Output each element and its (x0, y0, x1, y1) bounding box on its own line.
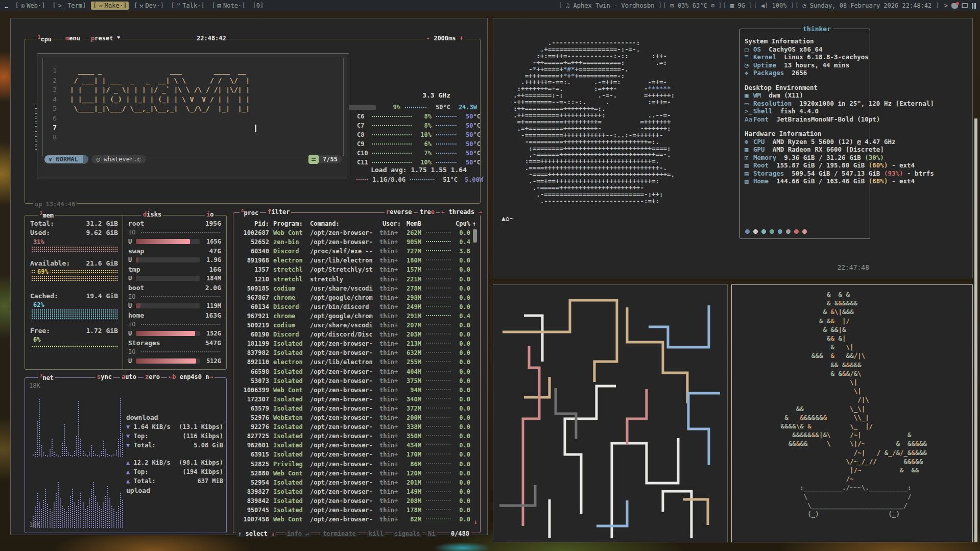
process-row[interactable]: 52976WebExten/opt/zen-browser-thin+200M0… (237, 413, 470, 422)
proc-reverse-toggle[interactable]: reverse (385, 208, 414, 215)
proc-terminate-button[interactable]: terminate (321, 530, 357, 537)
process-row[interactable]: 892110electron/usr/lib/electronthin+255M… (237, 357, 470, 367)
process-row[interactable]: 60190Discord/opt/discord/Discthin+203M0.… (237, 330, 470, 339)
process-row[interactable]: 66598Isolated/opt/zen-browser-thin+404M0… (237, 367, 470, 376)
proc-header-row: Pid: Program: Command: User: MemB Cpu% ↑ (237, 219, 476, 228)
gpu-icon: ▦ (745, 146, 753, 154)
floating-editor-window[interactable]: 12345678 ____ _ ___ ____ __ / ___| | ___… (37, 53, 349, 179)
pipes-terminal-window (493, 284, 728, 542)
proc-info-button[interactable]: info ↵ (285, 530, 310, 537)
os-icon: ▢ (745, 45, 753, 54)
proc-threads-toggle[interactable]: ← threads → (440, 208, 484, 215)
net-sync-toggle[interactable]: sync (95, 373, 113, 380)
net-auto-toggle[interactable]: auto (120, 373, 138, 380)
cloudwm-ascii-art: ____ _ ___ ____ __ / ___| | ___ _ _ __| … (70, 66, 250, 114)
section-title: Hardware Information (745, 130, 822, 138)
proc-panel-title[interactable]: 4proc (240, 208, 260, 217)
proc-nice-button[interactable]: Ni (426, 530, 437, 537)
mem-cached-row: Cached:19.4 GiB (30, 292, 118, 300)
process-row[interactable]: 509219codium/usr/share/vscodithin+207M0.… (237, 321, 470, 330)
process-row[interactable]: 967867chrome/opt/google/chromthin+298M0.… (237, 293, 470, 302)
process-row[interactable]: 172307Isolated/opt/zen-browser-thin+340M… (237, 395, 470, 404)
process-row[interactable]: 962601Isolated/opt/zen-browser-thin+434M… (237, 441, 470, 450)
process-row[interactable]: 891968electron/usr/lib/electronthin+180M… (237, 256, 470, 265)
launch-arrow-icon[interactable]: > (944, 2, 948, 9)
tag-make[interactable]: [ ▱Make ·] (91, 2, 129, 10)
update-interval-control[interactable]: - 2000ms + (425, 35, 465, 42)
scroll-up-arrow[interactable]: ↑ (472, 219, 476, 228)
process-row[interactable]: 63579Isolated/opt/zen-browser-thin+372M0… (237, 404, 470, 413)
tag-term[interactable]: [ >_Term] (50, 2, 88, 10)
tag-note[interactable]: [ ▤Note ·] (210, 2, 248, 10)
tag-talk[interactable]: [ ❝Talk ·] (169, 2, 207, 10)
workspace-tags: [ ◎Web ·][ >_Term][ ▱Make ·][ ⚒Dev ·][ ❝… (13, 2, 269, 10)
proc-signals-button[interactable]: signals (393, 530, 422, 537)
memory-icon: ▦ (730, 2, 734, 9)
info-row-kernel: ≣Kernel Linux 6.18.8-3-cachyos (745, 53, 869, 61)
proc-select-control[interactable]: ↑ select ↓ (236, 530, 276, 537)
process-row[interactable]: 52652zen-bin/opt/zen-browser-thin+905M0.… (237, 237, 470, 247)
editor-statusbar: ∨ NORMAL ◎ whatever.c ☰ 7/55 (44, 154, 342, 164)
proc-scrollbar[interactable] (473, 229, 477, 243)
info-row-resolution: ▭Resolution 1920x1080 in 25", 120 Hz [Ex… (745, 100, 934, 108)
preset-button[interactable]: preset * (89, 35, 122, 42)
hostname-title: thinker (801, 25, 833, 33)
cloud-launcher-icon[interactable]: ☁ (4, 2, 8, 10)
process-row[interactable]: 52954Isolated/opt/zen-browser-thin+201M0… (237, 478, 470, 487)
proc-filter-button[interactable]: filter (266, 208, 291, 215)
process-row[interactable]: 60134Discord/usr/bin/discordthin+249M0.0 (237, 302, 470, 312)
process-row[interactable]: 52880Web Cont/opt/zen-browser-thin+120M0… (237, 469, 470, 478)
process-row[interactable]: 181199Isolated/opt/zen-browser-thin+213M… (237, 339, 470, 348)
net-zero-toggle[interactable]: zero (144, 373, 161, 380)
process-row[interactable]: 1210stretchlstretchlythin+221M0.0 (237, 275, 470, 284)
process-row[interactable]: 1007458Web Cont/opt/zen-browser-thin+82M… (237, 515, 470, 524)
discord-tray-icon[interactable] (951, 3, 958, 9)
process-row[interactable]: 837982Isolated/opt/zen-browser-thin+632M… (237, 348, 470, 357)
mem-free-row: Free:1.72 GiB (30, 327, 118, 334)
disks-panel-title[interactable]: disks (141, 211, 163, 218)
process-row[interactable]: 827725Isolated/opt/zen-browser-thin+350M… (237, 432, 470, 441)
proc-tree-toggle[interactable]: tree (418, 208, 436, 215)
process-row[interactable]: 1357stretchl/opt/Stretchly/stthin+157M0.… (237, 265, 470, 274)
upload-top: ▲ Top:(194 Kibps) (126, 468, 223, 475)
pause-bars-tray-icon[interactable] (972, 3, 976, 9)
net-panel-title[interactable]: 3net (38, 373, 55, 381)
home-icon: ▤ (745, 177, 753, 185)
proc-panel: 4proc filter reverse tree ← threads → Pi… (233, 212, 481, 533)
process-row[interactable]: 53073Isolated/opt/zen-browser-thin+375M0… (237, 376, 470, 386)
cpu-total-temp-graph (404, 106, 427, 109)
tag-dev[interactable]: [ ⚒Dev ·] (132, 2, 166, 10)
display-tray-icon[interactable] (962, 3, 968, 8)
menu-button[interactable]: menu (64, 35, 82, 42)
download-speed: ▼ 1.64 KiB/s(13.1 Kibps) (126, 423, 223, 430)
dwm-status-bar: ☁ [ ◎Web ·][ >_Term][ ▱Make ·][ ⚒Dev ·][… (0, 0, 980, 11)
scroll-down-arrow[interactable]: ↓ (474, 518, 477, 525)
process-row[interactable]: 63915Isolated/opt/zen-browser-thin+170M0… (237, 450, 470, 459)
clock-icon: ◔ (802, 2, 806, 9)
pipe-segment (524, 377, 549, 397)
tag-zero[interactable]: [0] (250, 2, 266, 10)
download-total: ▼ Total:5.08 GiB (126, 442, 223, 449)
color-dot (745, 229, 750, 234)
net-interface-switch[interactable]: ←b enp4s0 n→ (167, 373, 214, 380)
line-number: 5 (46, 104, 57, 114)
mem-panel-title[interactable]: 2mem (38, 211, 55, 219)
gpu-temp: 51°C (435, 176, 458, 183)
process-row[interactable]: 839827Isolated/opt/zen-browser-thin+149M… (237, 487, 470, 496)
process-row[interactable]: 950745Isolated/opt/zen-browser-thin+178M… (237, 506, 470, 515)
process-row[interactable]: 967921chrome/opt/google/chromthin+291M0.… (237, 312, 470, 321)
mem-used-meter (31, 246, 118, 253)
proc-kill-button[interactable]: kill (367, 530, 385, 537)
terminal-color-dots (745, 229, 807, 234)
cpu-panel-title[interactable]: 1cpu (36, 35, 53, 43)
process-row[interactable]: 1002687Web Cont/opt/zen-browser-thin+262… (237, 228, 470, 237)
editor-filename: ◎ whatever.c (91, 155, 146, 163)
process-row[interactable]: 92276Isolated/opt/zen-browser-thin+338M0… (237, 422, 470, 432)
process-row[interactable]: 52825Privileg/opt/zen-browser-thin+86M0.… (237, 460, 470, 469)
process-row[interactable]: 509185codium/usr/share/vscodithin+278M0.… (237, 284, 470, 293)
process-row[interactable]: 60340Discord/proc/self/exe --thin+727M3.… (237, 247, 470, 256)
tag-web[interactable]: [ ◎Web ·] (13, 2, 47, 10)
io-toggle[interactable]: io (205, 211, 215, 218)
process-row[interactable]: 839842Isolated/opt/zen-browser-thin+208M… (237, 496, 470, 506)
process-row[interactable]: 1006399Web Cont/opt/zen-browser-thin+94M… (237, 386, 470, 395)
